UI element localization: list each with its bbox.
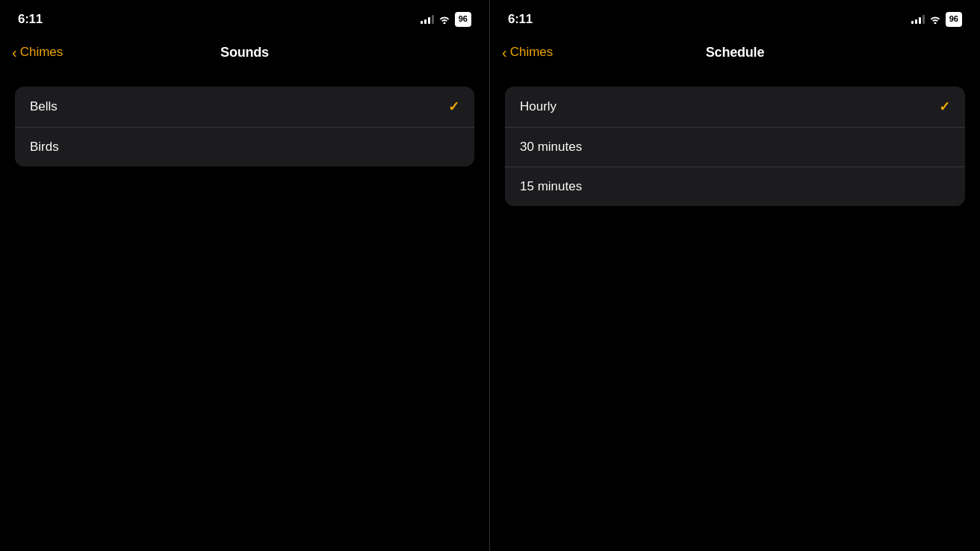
nav-title-right: Schedule bbox=[706, 45, 764, 60]
chevron-icon-right: ‹ bbox=[502, 45, 507, 60]
status-time-right: 6:11 bbox=[508, 12, 533, 27]
list-item-birds[interactable]: Birds bbox=[15, 128, 474, 166]
status-time-left: 6:11 bbox=[18, 12, 43, 27]
bells-label: Bells bbox=[30, 99, 58, 114]
hourly-checkmark: ✓ bbox=[939, 99, 950, 115]
status-bar-right: 6:11 96 bbox=[490, 0, 980, 36]
nav-bar-left: ‹ Chimes Sounds bbox=[0, 36, 489, 75]
status-icons-right: 96 bbox=[911, 12, 962, 26]
nav-title-left: Sounds bbox=[220, 45, 269, 60]
back-button-right[interactable]: ‹ Chimes bbox=[502, 45, 553, 60]
bells-checkmark: ✓ bbox=[448, 99, 459, 115]
signal-icon-right bbox=[911, 15, 925, 24]
nav-bar-right: ‹ Chimes Schedule bbox=[490, 36, 980, 75]
chevron-icon-left: ‹ bbox=[12, 45, 17, 60]
list-item-15min[interactable]: 15 minutes bbox=[505, 167, 965, 206]
wifi-icon-right bbox=[929, 15, 941, 24]
right-phone-screen: 6:11 96 ‹ Chimes Schedule Hourly ✓ bbox=[490, 0, 980, 551]
15min-label: 15 minutes bbox=[520, 179, 582, 194]
status-bar-left: 6:11 96 bbox=[0, 0, 489, 36]
hourly-label: Hourly bbox=[520, 99, 556, 114]
list-item-hourly[interactable]: Hourly ✓ bbox=[505, 87, 965, 128]
wifi-icon-left bbox=[438, 15, 450, 24]
30min-label: 30 minutes bbox=[520, 140, 582, 155]
list-item-bells[interactable]: Bells ✓ bbox=[15, 87, 474, 128]
content-right: Hourly ✓ 30 minutes 15 minutes bbox=[490, 75, 980, 551]
back-label-right: Chimes bbox=[510, 45, 553, 60]
schedule-list: Hourly ✓ 30 minutes 15 minutes bbox=[505, 87, 965, 206]
back-label-left: Chimes bbox=[20, 45, 63, 60]
signal-icon-left bbox=[421, 15, 434, 24]
back-button-left[interactable]: ‹ Chimes bbox=[12, 45, 63, 60]
status-icons-left: 96 bbox=[421, 12, 471, 26]
list-item-30min[interactable]: 30 minutes bbox=[505, 128, 965, 167]
battery-badge-right: 96 bbox=[946, 12, 962, 26]
sounds-list: Bells ✓ Birds bbox=[15, 87, 474, 166]
content-left: Bells ✓ Birds bbox=[0, 75, 489, 551]
birds-label: Birds bbox=[30, 140, 59, 155]
battery-badge-left: 96 bbox=[455, 12, 471, 26]
left-phone-screen: 6:11 96 ‹ Chimes Sounds Bells ✓ bbox=[0, 0, 490, 551]
